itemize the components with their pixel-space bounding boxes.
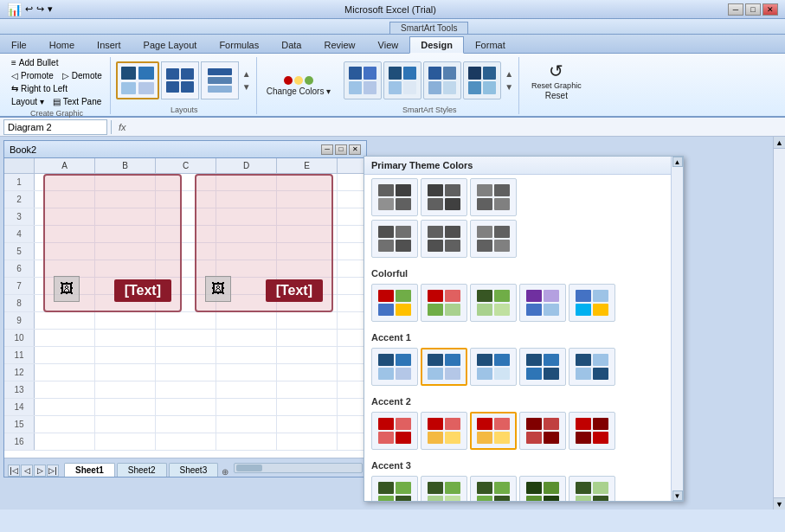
color-swatch-colorful-5[interactable] xyxy=(569,284,615,322)
sheet-tabs-area: |◁ ◁ ▷ ▷| Sheet1 Sheet2 Sheet3 ⊕ xyxy=(4,458,366,477)
styles-scroll-up[interactable]: ▲ xyxy=(503,67,515,80)
style-thumb-4[interactable] xyxy=(463,61,501,99)
color-swatch[interactable] xyxy=(470,178,517,216)
sheet-prev[interactable]: ◁ xyxy=(21,465,33,477)
dropdown-scroll-down[interactable]: ▼ xyxy=(672,490,683,501)
smartart-styles-label: SmartArt Styles xyxy=(344,104,515,114)
col-C[interactable]: C xyxy=(156,158,216,173)
colorful-swatches xyxy=(371,284,676,322)
col-D[interactable]: D xyxy=(216,158,277,173)
color-swatch[interactable] xyxy=(421,178,467,216)
sheet-tab-3[interactable]: Sheet3 xyxy=(169,463,219,477)
color-swatch-accent1-3[interactable] xyxy=(470,348,517,386)
scrollbar-thumb[interactable] xyxy=(236,465,262,471)
layouts-scroll-down[interactable]: ▼ xyxy=(241,80,253,93)
dropdown-scroll-track[interactable] xyxy=(672,167,683,490)
dropdown-scrollbar[interactable]: ▲ ▼ xyxy=(671,157,683,501)
color-swatch-accent3-3[interactable] xyxy=(470,476,517,502)
color-swatch-accent1-2-selected[interactable] xyxy=(421,348,467,386)
color-swatch-colorful-2[interactable] xyxy=(421,284,467,322)
color-swatch[interactable] xyxy=(470,220,517,258)
layout-thumb-2[interactable] xyxy=(161,61,199,99)
quick-access-redo[interactable]: ↪ xyxy=(36,3,44,15)
layout-thumb-active[interactable] xyxy=(116,61,159,99)
color-swatch[interactable] xyxy=(421,220,467,258)
color-swatch-colorful-1[interactable] xyxy=(371,284,418,322)
table-row: 14 xyxy=(4,399,366,416)
layout-button[interactable]: Layout ▾ xyxy=(9,96,47,107)
sheet-last[interactable]: ▷| xyxy=(47,465,59,477)
workbook-close[interactable]: ✕ xyxy=(349,144,361,155)
formula-input[interactable] xyxy=(133,119,782,135)
tab-insert[interactable]: Insert xyxy=(86,35,132,53)
styles-scroll-down[interactable]: ▼ xyxy=(503,80,515,93)
tab-format[interactable]: Format xyxy=(464,35,517,53)
change-colors-button[interactable]: Change Colors ▾ xyxy=(259,57,338,114)
workbook-maximize[interactable]: □ xyxy=(335,144,347,155)
sheet-next[interactable]: ▷ xyxy=(34,465,46,477)
tab-file[interactable]: File xyxy=(0,35,38,53)
promote-button[interactable]: ◁ Promote xyxy=(9,70,56,81)
demote-button[interactable]: ▷ Demote xyxy=(60,70,105,81)
style-thumb-2[interactable] xyxy=(383,61,421,99)
color-swatch-accent2-3-selected[interactable] xyxy=(470,412,517,450)
color-swatch-accent1-5[interactable] xyxy=(569,348,615,386)
tab-formulas[interactable]: Formulas xyxy=(208,35,270,53)
col-B[interactable]: B xyxy=(95,158,156,173)
color-swatch-accent3-1[interactable] xyxy=(371,476,418,502)
reset-group: ↺ Reset Graphic Reset xyxy=(521,57,592,114)
color-swatch-accent3-2[interactable] xyxy=(421,476,467,502)
layout-thumb-3[interactable] xyxy=(201,61,239,99)
color-swatch-accent1-4[interactable] xyxy=(519,348,566,386)
color-circle-green xyxy=(305,76,313,85)
sheet-tab-2[interactable]: Sheet2 xyxy=(117,463,167,477)
text-pane-button[interactable]: ▤ Text Pane xyxy=(50,96,104,107)
tab-design[interactable]: Design xyxy=(409,36,464,54)
close-button[interactable]: ✕ xyxy=(762,3,778,16)
style-thumb-1[interactable] xyxy=(344,61,382,99)
layouts-scroll-up[interactable]: ▲ xyxy=(241,67,253,80)
style-thumb-3[interactable] xyxy=(423,61,461,99)
accent1-label: Accent 1 xyxy=(371,330,676,344)
main-scrollbar[interactable]: ▲ ▼ xyxy=(773,137,785,510)
color-swatch-colorful-4[interactable] xyxy=(519,284,566,322)
reset-graphic-button[interactable]: ↺ Reset Graphic Reset xyxy=(526,57,587,104)
maximize-button[interactable]: □ xyxy=(745,3,761,16)
minimize-button[interactable]: ─ xyxy=(728,3,743,16)
color-swatch-accent1-1[interactable] xyxy=(371,348,418,386)
accent1-section: Accent 1 xyxy=(364,327,683,391)
color-swatch-accent2-1[interactable] xyxy=(371,412,418,450)
col-E[interactable]: E xyxy=(277,158,338,173)
smartart-shape-left[interactable]: 🖼 [Text] xyxy=(43,174,182,312)
smartart-text-left[interactable]: [Text] xyxy=(114,279,171,302)
color-swatch-accent2-2[interactable] xyxy=(421,412,467,450)
smartart-text-right[interactable]: [Text] xyxy=(266,279,323,302)
color-swatch[interactable] xyxy=(371,178,418,216)
sheet-first[interactable]: |◁ xyxy=(8,465,20,477)
right-to-left-button[interactable]: ⇆ Right to Left xyxy=(9,83,105,94)
horizontal-scrollbar[interactable] xyxy=(234,463,363,473)
workbook-minimize[interactable]: ─ xyxy=(321,144,333,155)
tab-home[interactable]: Home xyxy=(38,35,86,53)
scroll-down-btn[interactable]: ▼ xyxy=(774,497,785,510)
add-bullet-button[interactable]: ≡ Add Bullet xyxy=(9,57,105,68)
smartart-shape-right[interactable]: 🖼 [Text] xyxy=(195,174,333,312)
color-swatch-accent2-4[interactable] xyxy=(519,412,566,450)
col-A[interactable]: A xyxy=(35,158,95,173)
color-swatch[interactable] xyxy=(371,220,418,258)
tab-data[interactable]: Data xyxy=(270,35,312,53)
dropdown-scroll-up[interactable]: ▲ xyxy=(672,157,683,167)
new-sheet-icon[interactable]: ⊕ xyxy=(222,467,228,477)
tab-view[interactable]: View xyxy=(367,35,410,53)
color-swatch-accent3-5[interactable] xyxy=(569,476,615,502)
color-swatch-colorful-3[interactable] xyxy=(470,284,517,322)
tab-review[interactable]: Review xyxy=(312,35,366,53)
sheet-tab-1[interactable]: Sheet1 xyxy=(64,463,115,477)
tab-page-layout[interactable]: Page Layout xyxy=(132,35,209,53)
quick-access-undo[interactable]: ↩ xyxy=(25,3,33,15)
scroll-up-btn[interactable]: ▲ xyxy=(774,137,785,149)
scroll-track[interactable] xyxy=(774,149,785,497)
color-swatch-accent2-5[interactable] xyxy=(569,412,615,450)
name-box[interactable]: Diagram 2 xyxy=(3,119,107,135)
color-swatch-accent3-4[interactable] xyxy=(519,476,566,502)
